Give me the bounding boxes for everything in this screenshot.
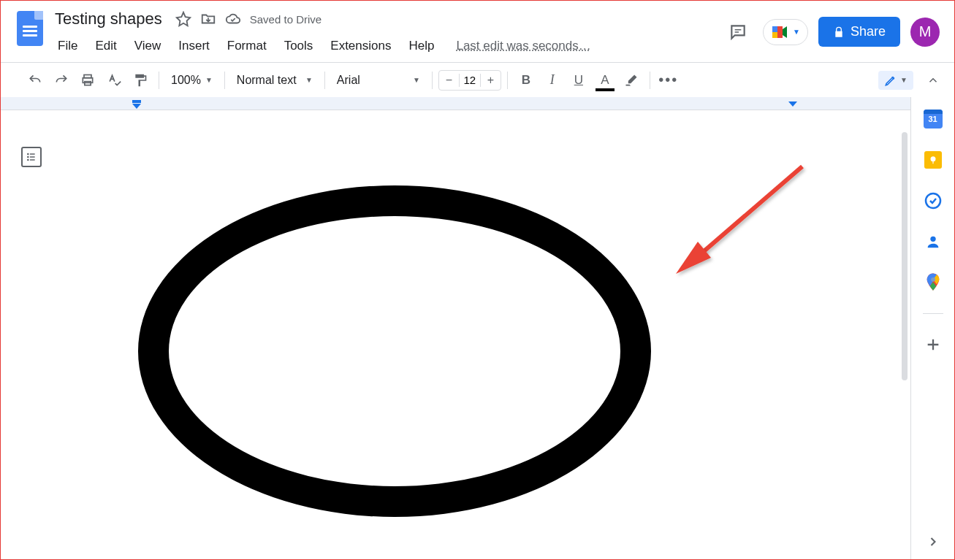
undo-button[interactable]: [23, 69, 47, 91]
collapse-toolbar-button[interactable]: [921, 69, 946, 91]
chevron-down-icon: ▼: [900, 76, 908, 84]
chevron-up-icon: [927, 74, 940, 87]
font-size-stepper[interactable]: − +: [438, 70, 501, 91]
comment-history-icon[interactable]: [723, 18, 753, 47]
toolbar: 100%▼ Normal text▼ Arial▼ − + B I U A ••…: [1, 62, 954, 97]
chevron-down-icon: ▼: [205, 76, 213, 84]
svg-point-12: [930, 156, 935, 161]
contacts-icon[interactable]: [923, 231, 943, 252]
maps-icon[interactable]: [923, 272, 943, 293]
get-addons-button[interactable]: [923, 334, 943, 355]
menu-format[interactable]: Format: [220, 36, 274, 56]
lock-icon: [833, 26, 845, 38]
editing-mode-button[interactable]: ▼: [878, 71, 913, 90]
app-header: Testing shapes Saved to Drive File Edit …: [1, 1, 954, 58]
svg-point-16: [931, 277, 935, 282]
svg-point-15: [930, 237, 935, 242]
right-indent-marker[interactable]: [788, 101, 797, 107]
svg-marker-11: [676, 242, 711, 274]
docs-home-link[interactable]: [9, 7, 50, 46]
zoom-select[interactable]: 100%▼: [165, 71, 218, 90]
menu-tools[interactable]: Tools: [277, 36, 321, 56]
share-label: Share: [851, 24, 886, 39]
cloud-saved-icon[interactable]: [225, 11, 241, 27]
chevron-down-icon: ▼: [305, 76, 313, 84]
side-separator: [923, 313, 943, 314]
share-button[interactable]: Share: [818, 17, 900, 47]
menu-extensions[interactable]: Extensions: [323, 36, 398, 56]
page-scroll-surface[interactable]: [1, 110, 910, 559]
last-edit-link[interactable]: Last edit was seconds…: [456, 39, 590, 53]
print-button[interactable]: [75, 69, 100, 91]
calendar-icon[interactable]: 31: [923, 109, 943, 129]
left-indent-marker[interactable]: [132, 100, 141, 109]
ellipse-shape[interactable]: [138, 185, 651, 517]
font-size-increase[interactable]: +: [480, 74, 501, 87]
paint-format-button[interactable]: [128, 69, 153, 91]
paragraph-style-select[interactable]: Normal text▼: [231, 71, 319, 90]
spellcheck-button[interactable]: [102, 69, 126, 91]
tasks-icon[interactable]: [923, 191, 943, 211]
save-status-text: Saved to Drive: [250, 13, 321, 26]
google-docs-logo-icon: [17, 11, 43, 46]
pencil-icon: [884, 74, 897, 87]
document-page[interactable]: [1, 110, 878, 559]
arrow-annotation: [667, 163, 813, 309]
chevron-down-icon: ▼: [793, 28, 800, 36]
svg-rect-1: [772, 26, 777, 32]
svg-rect-3: [777, 26, 783, 38]
hide-side-panel-button[interactable]: [926, 534, 940, 549]
font-size-decrease[interactable]: −: [439, 74, 460, 87]
menu-file[interactable]: File: [50, 36, 85, 56]
keep-icon[interactable]: [923, 150, 943, 170]
menu-view[interactable]: View: [127, 36, 169, 56]
google-meet-icon: [771, 24, 790, 40]
document-title[interactable]: Testing shapes: [50, 8, 167, 30]
move-folder-icon[interactable]: [200, 11, 216, 27]
italic-button[interactable]: I: [540, 69, 565, 91]
menu-insert[interactable]: Insert: [171, 36, 217, 56]
side-panel: 31: [910, 97, 954, 559]
svg-rect-2: [772, 32, 777, 38]
horizontal-ruler[interactable]: [1, 97, 910, 110]
svg-rect-13: [932, 161, 933, 164]
menu-help[interactable]: Help: [401, 36, 441, 56]
text-color-button[interactable]: A: [593, 69, 617, 91]
meet-button[interactable]: ▼: [763, 19, 808, 45]
redo-button[interactable]: [49, 69, 74, 91]
document-area: [1, 97, 910, 559]
chevron-right-icon: [926, 534, 940, 549]
underline-button[interactable]: U: [566, 69, 591, 91]
bold-button[interactable]: B: [514, 69, 539, 91]
account-avatar[interactable]: M: [910, 18, 940, 47]
font-family-select[interactable]: Arial▼: [331, 71, 426, 90]
star-icon[interactable]: [175, 11, 191, 27]
workspace: 31: [1, 97, 954, 559]
svg-line-10: [696, 166, 802, 258]
more-tools-button[interactable]: •••: [656, 69, 681, 91]
menu-bar: File Edit View Insert Format Tools Exten…: [50, 34, 723, 58]
highlight-color-button[interactable]: [619, 69, 644, 91]
chevron-down-icon: ▼: [413, 76, 420, 84]
vertical-scrollbar[interactable]: [902, 132, 908, 380]
font-size-input[interactable]: [460, 73, 480, 87]
menu-edit[interactable]: Edit: [88, 36, 123, 56]
